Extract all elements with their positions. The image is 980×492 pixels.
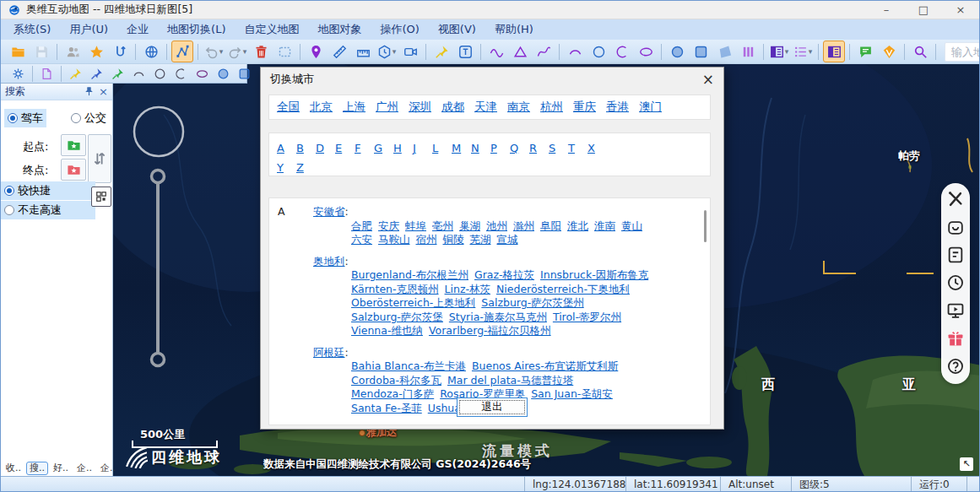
route-no-highway-radio[interactable]: 不走高速 (1, 201, 95, 219)
circle-button[interactable] (587, 41, 609, 62)
swap-start-end-button[interactable] (88, 134, 111, 183)
object-list-dropdown-arrow[interactable]: ▾ (809, 47, 813, 56)
letter-link[interactable]: L (432, 139, 445, 158)
open-map-file-button[interactable] (7, 41, 29, 62)
letter-link[interactable]: H (393, 139, 406, 158)
freehand-curve-button[interactable] (533, 41, 555, 62)
city-link[interactable]: Buenos Aires-布宜诺斯艾利斯 (472, 360, 618, 372)
sidebar-tab[interactable]: 好.. (50, 462, 72, 475)
search-input[interactable] (945, 42, 980, 62)
letter-link[interactable]: J (413, 139, 425, 158)
object-list-button[interactable]: ▾ (792, 41, 814, 62)
hot-city-link[interactable]: 全国 (277, 100, 300, 115)
filled-circle-2-button[interactable] (214, 64, 233, 83)
redo-button[interactable]: ▾ (226, 41, 248, 62)
sidebar-close-icon[interactable]: × (99, 86, 108, 97)
letter-link[interactable]: Y (277, 159, 290, 177)
polygon-button[interactable] (509, 41, 531, 62)
sidebar-tab[interactable]: 收.. (3, 462, 24, 475)
measure-area-button[interactable] (352, 41, 374, 62)
mode-driving-radio[interactable]: 驾车 (4, 109, 46, 127)
menu-item[interactable]: 操作(O) (371, 19, 428, 40)
city-link[interactable]: 合肥 (351, 219, 372, 232)
hot-city-link[interactable]: 上海 (343, 100, 365, 115)
route-options-button[interactable] (91, 187, 111, 207)
favorites-button[interactable] (85, 41, 107, 62)
menu-item[interactable]: 地图对象 (308, 19, 371, 40)
city-link[interactable]: Oberösterreich-上奥地利 (351, 296, 475, 309)
arc-button[interactable] (564, 41, 586, 62)
city-link[interactable]: 安庆 (378, 219, 399, 232)
vip-button[interactable] (878, 41, 900, 62)
city-link[interactable]: Mendoza-门多萨 (351, 387, 434, 400)
city-link[interactable]: 阜阳 (540, 219, 561, 232)
help-button[interactable] (946, 357, 965, 376)
track-button[interactable] (109, 41, 131, 62)
sidebar-tab[interactable]: 企.. (73, 462, 95, 475)
filled-square-2-button[interactable] (235, 64, 254, 83)
polyline-button[interactable] (485, 41, 507, 62)
sidebar-tab[interactable]: 企.. (97, 462, 119, 475)
tools-button[interactable] (946, 190, 965, 208)
city-link[interactable]: Vorarlberg-福拉尔贝格州 (429, 324, 551, 337)
filled-polygon-button[interactable] (713, 41, 735, 62)
city-link[interactable]: 蚌埠 (405, 219, 426, 232)
city-link[interactable]: Burgenland-布尔根兰州 (351, 268, 468, 281)
app-market-button[interactable] (946, 218, 965, 236)
gift-button[interactable] (946, 329, 965, 348)
maximize-button[interactable]: □ (905, 1, 942, 19)
city-link[interactable]: Innsbruck-因斯布鲁克 (540, 268, 648, 281)
ellipse-button[interactable] (635, 41, 657, 62)
hot-city-link[interactable]: 杭州 (540, 100, 563, 115)
open-arc-button[interactable] (611, 41, 633, 62)
city-link[interactable]: Styria-施泰尔马克州 (449, 311, 547, 323)
close-button[interactable]: × (942, 1, 979, 19)
mark-point-button[interactable] (305, 41, 327, 62)
mode-transit-radio[interactable]: 公交 (68, 109, 110, 127)
notes-button[interactable] (946, 246, 965, 264)
city-link[interactable]: Graz-格拉茨 (474, 268, 534, 281)
pushpin-button[interactable] (430, 41, 452, 62)
filled-square-button[interactable] (690, 41, 712, 62)
region-link[interactable]: 阿根廷 (313, 346, 345, 359)
menu-item[interactable]: 地图切换(L) (158, 19, 235, 40)
letter-link[interactable]: F (355, 139, 367, 158)
city-link[interactable]: Kärnten-克恩顿州 (351, 283, 439, 295)
chat-button[interactable] (854, 41, 876, 62)
north-arrow-button[interactable]: ↖ (960, 457, 973, 471)
new-page-button[interactable] (37, 64, 57, 83)
dialog-title-bar[interactable]: 切换城市 × (261, 68, 723, 91)
city-link[interactable]: Santa Fe-圣菲 (351, 402, 422, 414)
status-resize-grip[interactable] (966, 477, 979, 492)
menu-item[interactable]: 用户(U) (60, 19, 117, 40)
end-point-button[interactable] (61, 159, 86, 181)
parallel-columns-button[interactable] (737, 41, 759, 62)
circle-2-button[interactable] (150, 64, 170, 83)
city-link[interactable]: 铜陵 (443, 233, 464, 246)
arc-2-button[interactable] (129, 64, 149, 83)
menu-item[interactable]: 帮助(H) (485, 19, 543, 40)
delete-button[interactable] (250, 41, 272, 62)
letter-link[interactable]: G (374, 139, 387, 158)
pin-yellow-button[interactable] (66, 64, 85, 83)
city-link[interactable]: Mar del plata-马德普拉塔 (447, 374, 573, 387)
region-link[interactable]: 安徽省 (313, 205, 345, 218)
undo-button[interactable]: ▾ (203, 41, 225, 62)
hot-city-link[interactable]: 深圳 (409, 100, 431, 115)
pin-blue-button[interactable] (87, 64, 106, 83)
text-label-button[interactable] (454, 41, 476, 62)
menu-item[interactable]: 系统(S) (4, 19, 60, 40)
settings-button[interactable] (8, 64, 28, 83)
measure-distance-button[interactable] (328, 41, 350, 62)
city-link[interactable]: 芜湖 (470, 233, 491, 246)
city-link[interactable]: San Juan-圣胡安 (531, 387, 613, 400)
exit-button[interactable]: 退出 (457, 397, 528, 417)
globe-3d-button[interactable] (140, 41, 162, 62)
letter-link[interactable]: N (471, 139, 484, 158)
route-fastest-radio[interactable]: 较快捷 (1, 181, 95, 200)
edit-path-button[interactable] (171, 41, 193, 62)
city-link[interactable]: 滁州 (513, 219, 534, 232)
city-link[interactable]: 马鞍山 (378, 233, 410, 246)
letter-link[interactable]: X (587, 139, 600, 158)
undo-dropdown-arrow[interactable]: ▾ (219, 47, 224, 56)
